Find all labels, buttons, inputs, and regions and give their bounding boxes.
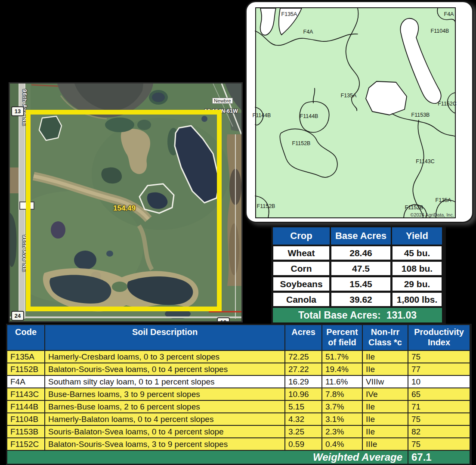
- soil-cell-nonirr: IIe: [363, 351, 408, 363]
- crop-cell: 39.62: [331, 292, 391, 307]
- soil-cell-code: F1104B: [7, 413, 44, 425]
- soil-cell-acres: 0.59: [285, 438, 321, 450]
- total-base-acres-value: 131.03: [386, 310, 417, 321]
- soil-code-label: F135A: [436, 197, 451, 203]
- crop-cell: 47.5: [331, 261, 391, 276]
- crop-cell: 28.46: [331, 246, 391, 260]
- crop-cell: Canola: [273, 292, 330, 307]
- soil-code-label: F1144B: [300, 113, 318, 119]
- soil-cell-index: 75: [408, 438, 470, 450]
- soil-cell-acres: 27.22: [285, 363, 321, 375]
- soil-cell-description: Hamerly-Cresbard loams, 0 to 3 percent s…: [45, 351, 284, 363]
- soil-cell-description: Hamerly-Balaton loams, 0 to 4 percent sl…: [45, 413, 284, 425]
- soil-cell-code: F1144B: [7, 401, 44, 412]
- soil-cell-nonirr: IIe: [363, 426, 408, 437]
- crop-cell: Soybeans: [273, 277, 330, 291]
- soil-cell-acres: 4.32: [285, 413, 321, 425]
- weighted-average-value: 67.1: [408, 451, 470, 464]
- soil-cell-index: 82: [408, 426, 470, 437]
- soil-cell-nonirr: IVe: [363, 388, 408, 400]
- crop-cell: 1,800 lbs.: [392, 292, 442, 307]
- soil-cell-description: Barnes-Buse loams, 2 to 6 percent slopes: [45, 401, 284, 412]
- soil-cell-code: F1153B: [7, 426, 44, 437]
- crop-table-header-crop: Crop: [273, 227, 330, 245]
- crop-table-header-base: Base Acres: [331, 227, 391, 245]
- soil-header-code: Code: [7, 325, 44, 350]
- soil-header-description: Soil Description: [45, 325, 284, 350]
- crop-cell: 29 bu.: [392, 277, 442, 291]
- soil-cell-nonirr: IIe: [363, 401, 408, 412]
- soil-cell-percent: 3.1%: [322, 413, 362, 425]
- soil-cell-nonirr: VIIIw: [363, 376, 408, 388]
- place-label-newbre: Newbre: [212, 98, 233, 104]
- soil-cell-description: Southam silty clay loam, 0 to 1 percent …: [45, 376, 284, 388]
- soil-cell-index: 77: [408, 363, 470, 375]
- crop-cell: 108 bu.: [392, 261, 442, 276]
- soil-cell-index: 75: [408, 351, 470, 363]
- soil-code-label: F1152B: [292, 140, 311, 146]
- soil-cell-code: F4A: [7, 376, 44, 388]
- soil-cell-code: F1152C: [7, 438, 44, 450]
- soil-code-label: F1153B: [411, 112, 430, 118]
- soil-cell-acres: 5.15: [285, 401, 321, 412]
- soil-breakdown-table: Code Soil Description Acres Percent of f…: [6, 324, 472, 465]
- soil-code-label: F1152C: [438, 101, 457, 107]
- soil-cell-index: 71: [408, 401, 470, 412]
- soil-code-label: F1152B: [405, 205, 423, 211]
- section-marker-24: 24: [11, 311, 24, 321]
- soil-code-label: F4A: [444, 11, 454, 17]
- soil-cell-code: F1152B: [7, 363, 44, 375]
- soil-cell-index: 65: [408, 388, 470, 400]
- soil-cell-acres: 72.25: [285, 351, 321, 363]
- field-acres-label: 154.49: [113, 204, 136, 213]
- soil-cell-percent: 2.3%: [322, 426, 362, 437]
- section-marker-13: 13: [11, 106, 24, 116]
- crop-table-header-yield: Yield: [392, 227, 442, 245]
- crop-cell: 15.45: [331, 277, 391, 291]
- soil-cell-acres: 10.96: [285, 388, 321, 400]
- soil-cell-percent: 3.7%: [322, 401, 362, 412]
- soil-cell-percent: 19.4%: [322, 363, 362, 375]
- page: 96th Ave NE 96th Ave NE 18-154N-61W 13 2…: [0, 0, 476, 465]
- soil-cell-code: F135A: [7, 351, 44, 363]
- soil-cell-description: Souris-Balaton-Svea loams, 0 to 4 percen…: [45, 426, 284, 437]
- soil-header-productivity: Productivity Index: [408, 325, 470, 350]
- soil-cell-acres: 16.29: [285, 376, 321, 388]
- soil-code-label: F1144B: [253, 112, 271, 118]
- soil-cell-description: Balaton-Souris-Svea loams, 3 to 9 percen…: [45, 438, 284, 450]
- soil-map-panel: F135A F4A F4A F1104B F135A F1152C F1144B…: [245, 1, 473, 223]
- soil-cell-nonirr: IIIe: [363, 438, 408, 450]
- crop-base-acres-table: Crop Base Acres Yield Wheat 28.46 45 bu.…: [271, 226, 446, 324]
- total-base-acres-label: Total Base Acres:: [298, 310, 381, 321]
- weighted-average-label: Weighted Average: [7, 451, 408, 464]
- crop-cell: 45 bu.: [392, 246, 442, 260]
- section-marker-19: 19: [217, 317, 230, 322]
- soil-cell-nonirr: IIe: [363, 413, 408, 425]
- soil-cell-percent: 7.8%: [322, 388, 362, 400]
- soil-cell-code: F1143C: [7, 388, 44, 400]
- soil-cell-index: 10: [408, 376, 470, 388]
- soil-cell-percent: 0.4%: [322, 438, 362, 450]
- soil-code-label: F1152B: [257, 203, 275, 209]
- aerial-photo: 96th Ave NE 96th Ave NE 18-154N-61W 13 2…: [9, 82, 243, 322]
- soil-code-label: F4A: [303, 29, 314, 35]
- soil-header-nonirr: Non-Irr Class *c: [363, 325, 408, 350]
- soil-cell-percent: 51.7%: [322, 351, 362, 363]
- crop-cell: Wheat: [273, 246, 330, 260]
- soil-code-label: F1104B: [431, 28, 449, 34]
- soil-code-label: F135A: [281, 11, 297, 17]
- soil-map-graphic: F135A F4A F4A F1104B F135A F1152C F1144B…: [255, 7, 456, 218]
- soil-cell-description: Buse-Barnes loams, 3 to 9 percent slopes: [45, 388, 284, 400]
- soil-header-percent: Percent of field: [322, 325, 362, 350]
- soil-cell-index: 75: [408, 413, 470, 425]
- soil-header-acres: Acres: [285, 325, 321, 350]
- map-copyright: ©2024 AgriData, Inc.: [410, 212, 454, 217]
- soil-code-label: F135A: [341, 93, 357, 99]
- soil-code-label: F1143C: [416, 158, 435, 164]
- soil-cell-acres: 3.25: [285, 426, 321, 437]
- total-base-acres-row: Total Base Acres: 131.03: [273, 308, 442, 322]
- soil-cell-nonirr: IIe: [363, 363, 408, 375]
- soil-cell-percent: 11.6%: [322, 376, 362, 388]
- crop-cell: Corn: [273, 261, 330, 276]
- soil-cell-description: Balaton-Souris-Svea loams, 0 to 4 percen…: [45, 363, 284, 375]
